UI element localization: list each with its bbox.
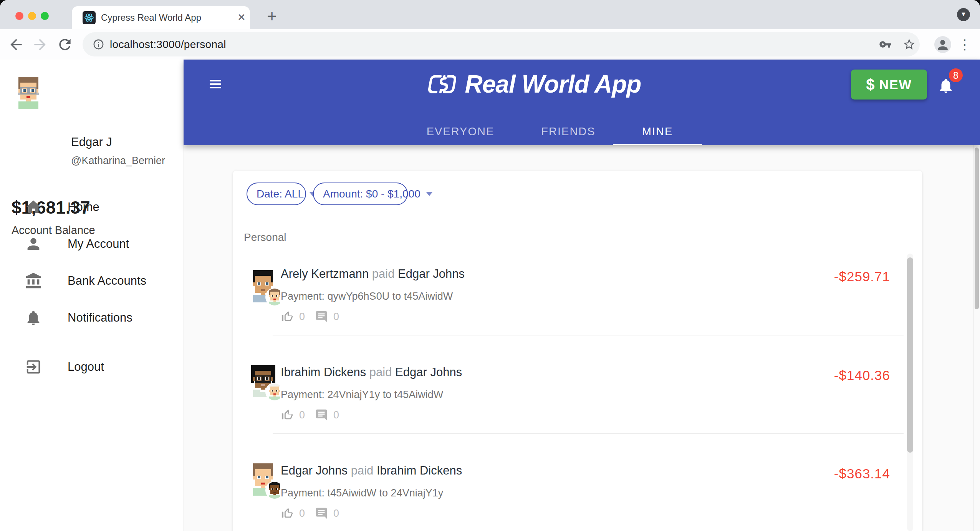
react-favicon xyxy=(83,11,96,24)
tab-everyone[interactable]: EVERYONE xyxy=(397,118,524,145)
like-count: 0 xyxy=(299,508,305,519)
password-key-icon[interactable] xyxy=(879,38,892,51)
transaction-amount: -$259.71 xyxy=(834,269,890,284)
transaction-description: Payment: t45AiwidW to 24VniajY1y xyxy=(281,487,443,499)
sidebar-item-label: Bank Accounts xyxy=(68,266,146,296)
app-header: Real World App $ NEW 8 EVERYONE FRIENDS … xyxy=(184,60,980,145)
sender-name: Edgar Johns xyxy=(281,464,351,477)
sidebar: Edgar J @Katharina_Bernier $1,681.37 Acc… xyxy=(0,60,184,531)
transactions-card: Date: ALL Amount: $0 - $1,000 Personal A… xyxy=(233,171,922,531)
notification-count-badge: 8 xyxy=(949,68,963,82)
sidebar-item-my-account[interactable]: My Account xyxy=(0,229,184,259)
like-icon[interactable] xyxy=(281,507,294,520)
comment-count: 0 xyxy=(333,409,339,421)
sidebar-item-notifications[interactable]: Notifications xyxy=(0,302,184,333)
action-word: paid xyxy=(369,365,392,379)
rwa-logo-icon xyxy=(428,73,459,95)
page-scrollbar-thumb[interactable] xyxy=(975,148,979,309)
action-word: paid xyxy=(372,267,395,280)
transaction-avatar xyxy=(247,463,279,496)
like-icon[interactable] xyxy=(281,310,294,323)
chevron-down-icon: ▼ xyxy=(960,11,967,17)
like-icon[interactable] xyxy=(281,408,294,421)
transaction-row[interactable]: Arely Kertzmann paid Edgar Johns Payment… xyxy=(233,254,904,335)
sidebar-item-label: Notifications xyxy=(68,302,132,333)
person-icon xyxy=(25,235,42,253)
bookmark-star-icon[interactable] xyxy=(902,38,916,51)
forward-button-disabled[interactable] xyxy=(31,36,48,53)
url-text[interactable]: localhost:3000/personal xyxy=(110,32,226,56)
comment-icon[interactable] xyxy=(315,507,328,520)
comment-icon[interactable] xyxy=(315,310,328,323)
comment-icon[interactable] xyxy=(315,408,328,421)
transaction-amount: -$140.36 xyxy=(834,368,890,383)
tab-title: Cypress Real World App xyxy=(101,6,201,29)
transaction-avatar xyxy=(247,270,279,302)
transaction-amount: -$363.14 xyxy=(834,466,890,481)
like-count: 0 xyxy=(299,409,305,421)
transaction-actions: 0 0 xyxy=(281,408,339,421)
user-name: Edgar J xyxy=(71,135,112,149)
comment-count: 0 xyxy=(333,311,339,323)
transaction-description: Payment: qywYp6hS0U to t45AiwidW xyxy=(281,290,453,302)
transaction-actions: 0 0 xyxy=(281,507,339,520)
bank-icon xyxy=(25,272,42,290)
tab-close-icon[interactable]: ✕ xyxy=(235,6,248,29)
transaction-description: Payment: 24VniajY1y to t45AiwidW xyxy=(281,389,443,401)
tab-friends[interactable]: FRIENDS xyxy=(524,118,613,145)
browser-menu-icon[interactable]: ⋮ xyxy=(958,36,969,53)
menu-hamburger-button[interactable] xyxy=(210,80,221,88)
back-button[interactable] xyxy=(8,36,25,53)
sidebar-item-home[interactable]: Home xyxy=(0,192,184,222)
browser-tab-active[interactable]: Cypress Real World App ✕ xyxy=(72,6,250,29)
app-title: Real World App xyxy=(465,70,641,98)
sidebar-item-label: Logout xyxy=(68,352,104,382)
action-word: paid xyxy=(351,464,374,477)
transaction-list: Arely Kertzmann paid Edgar Johns Payment… xyxy=(233,171,922,531)
dollar-icon: $ xyxy=(866,76,874,93)
bell-icon xyxy=(25,309,42,327)
transaction-title: Edgar Johns paid Ibrahim Dickens xyxy=(281,464,462,478)
browser-profile-avatar[interactable] xyxy=(934,36,951,53)
new-transaction-button[interactable]: $ NEW xyxy=(851,70,927,100)
sidebar-item-bank-accounts[interactable]: Bank Accounts xyxy=(0,266,184,296)
window-zoom-button[interactable] xyxy=(41,12,49,20)
transaction-actions: 0 0 xyxy=(281,310,339,323)
receiver-name: Edgar Johns xyxy=(398,267,465,280)
comment-count: 0 xyxy=(333,508,339,519)
transaction-row[interactable]: Edgar Johns paid Ibrahim Dickens Payment… xyxy=(233,433,904,531)
site-info-icon[interactable] xyxy=(93,38,104,50)
app-logo[interactable]: Real World App xyxy=(428,70,641,98)
tab-mine[interactable]: MINE xyxy=(613,118,702,145)
person-icon xyxy=(934,36,951,53)
browser-tabstrip: Cypress Real World App ✕ + ▼ xyxy=(0,0,980,29)
receiver-name: Edgar Johns xyxy=(395,365,462,379)
browser-window: Cypress Real World App ✕ + ▼ localhost:3… xyxy=(0,0,980,531)
logout-icon xyxy=(25,358,42,376)
home-icon xyxy=(25,198,42,216)
tab-search-button[interactable]: ▼ xyxy=(957,8,970,21)
reload-button[interactable] xyxy=(56,36,73,53)
transaction-title: Arely Kertzmann paid Edgar Johns xyxy=(281,267,465,281)
sidebar-item-label: My Account xyxy=(68,229,129,259)
transaction-row[interactable]: Ibrahim Dickens paid Edgar Johns Payment… xyxy=(233,335,904,433)
sender-name: Ibrahim Dickens xyxy=(281,365,369,379)
sender-name: Arely Kertzmann xyxy=(281,267,372,280)
feed-tabs: EVERYONE FRIENDS MINE xyxy=(184,118,980,145)
window-minimize-button[interactable] xyxy=(28,12,36,20)
user-handle: @Katharina_Bernier xyxy=(71,155,165,167)
sidebar-item-logout[interactable]: Logout xyxy=(0,352,184,382)
new-tab-button[interactable]: + xyxy=(263,5,280,28)
transaction-title: Ibrahim Dickens paid Edgar Johns xyxy=(281,365,462,379)
receiver-name: Ibrahim Dickens xyxy=(377,464,462,477)
window-close-button[interactable] xyxy=(15,12,23,20)
list-scrollbar-thumb[interactable] xyxy=(907,257,913,453)
notifications-bell-button[interactable]: 8 xyxy=(936,72,962,98)
user-avatar xyxy=(12,77,45,109)
sidebar-item-label: Home xyxy=(68,192,99,222)
like-count: 0 xyxy=(299,311,305,323)
transaction-avatar xyxy=(247,365,279,397)
